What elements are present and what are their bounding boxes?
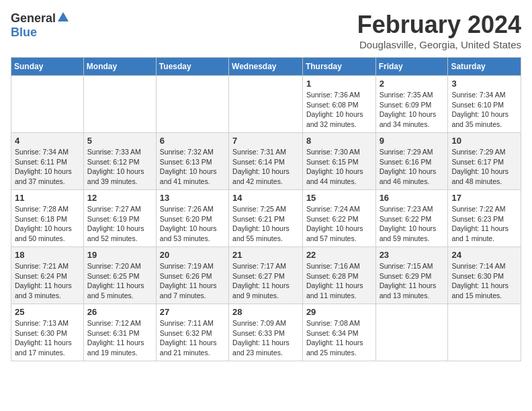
header-day-friday: Friday — [375, 58, 448, 76]
calendar-cell: 27Sunrise: 7:11 AM Sunset: 6:32 PM Dayli… — [156, 304, 228, 361]
header-day-monday: Monday — [83, 58, 156, 76]
day-detail: Sunrise: 7:13 AM Sunset: 6:30 PM Dayligh… — [15, 318, 80, 358]
calendar-cell: 24Sunrise: 7:14 AM Sunset: 6:30 PM Dayli… — [448, 247, 521, 304]
day-number: 23 — [380, 250, 445, 260]
header-day-tuesday: Tuesday — [156, 58, 228, 76]
day-detail: Sunrise: 7:14 AM Sunset: 6:30 PM Dayligh… — [451, 261, 517, 301]
day-number: 25 — [15, 307, 80, 317]
day-number: 5 — [87, 136, 152, 146]
day-detail: Sunrise: 7:33 AM Sunset: 6:12 PM Dayligh… — [87, 147, 152, 187]
day-number: 22 — [306, 250, 372, 260]
logo-blue-text: Blue — [11, 26, 37, 39]
calendar-cell: 29Sunrise: 7:08 AM Sunset: 6:34 PM Dayli… — [302, 304, 375, 361]
calendar-cell: 3Sunrise: 7:34 AM Sunset: 6:10 PM Daylig… — [448, 76, 521, 133]
day-number: 2 — [380, 79, 445, 89]
day-detail: Sunrise: 7:20 AM Sunset: 6:25 PM Dayligh… — [87, 261, 152, 301]
header-day-wednesday: Wednesday — [229, 58, 303, 76]
calendar-cell: 16Sunrise: 7:23 AM Sunset: 6:22 PM Dayli… — [375, 190, 448, 247]
day-detail: Sunrise: 7:36 AM Sunset: 6:08 PM Dayligh… — [306, 90, 372, 130]
logo-general-text: General — [11, 11, 56, 26]
calendar-cell: 5Sunrise: 7:33 AM Sunset: 6:12 PM Daylig… — [83, 133, 156, 190]
day-detail: Sunrise: 7:29 AM Sunset: 6:16 PM Dayligh… — [380, 147, 445, 187]
day-number: 1 — [306, 79, 372, 89]
day-number: 7 — [232, 136, 299, 146]
day-number: 4 — [15, 136, 80, 146]
day-number: 14 — [232, 193, 299, 203]
day-number: 13 — [160, 193, 225, 203]
week-row-0: 1Sunrise: 7:36 AM Sunset: 6:08 PM Daylig… — [11, 76, 521, 133]
calendar-cell — [448, 304, 521, 361]
title-area: February 2024 Douglasville, Georgia, Uni… — [357, 11, 521, 50]
day-number: 16 — [380, 193, 445, 203]
header-day-sunday: Sunday — [11, 58, 84, 76]
calendar-cell: 26Sunrise: 7:12 AM Sunset: 6:31 PM Dayli… — [83, 304, 156, 361]
calendar-cell: 25Sunrise: 7:13 AM Sunset: 6:30 PM Dayli… — [11, 304, 84, 361]
calendar-cell: 17Sunrise: 7:22 AM Sunset: 6:23 PM Dayli… — [448, 190, 521, 247]
calendar-cell: 6Sunrise: 7:32 AM Sunset: 6:13 PM Daylig… — [156, 133, 228, 190]
day-detail: Sunrise: 7:24 AM Sunset: 6:22 PM Dayligh… — [306, 204, 372, 244]
day-number: 10 — [451, 136, 517, 146]
calendar-cell: 18Sunrise: 7:21 AM Sunset: 6:24 PM Dayli… — [11, 247, 84, 304]
calendar-cell: 9Sunrise: 7:29 AM Sunset: 6:16 PM Daylig… — [375, 133, 448, 190]
day-number: 29 — [306, 307, 372, 317]
calendar-cell: 22Sunrise: 7:16 AM Sunset: 6:28 PM Dayli… — [302, 247, 375, 304]
day-detail: Sunrise: 7:26 AM Sunset: 6:20 PM Dayligh… — [160, 204, 225, 244]
calendar-cell: 14Sunrise: 7:25 AM Sunset: 6:21 PM Dayli… — [229, 190, 303, 247]
logo-icon — [57, 11, 69, 23]
calendar-cell: 13Sunrise: 7:26 AM Sunset: 6:20 PM Dayli… — [156, 190, 228, 247]
day-number: 17 — [451, 193, 517, 203]
calendar-cell — [11, 76, 84, 133]
day-number: 28 — [232, 307, 299, 317]
calendar-cell: 11Sunrise: 7:28 AM Sunset: 6:18 PM Dayli… — [11, 190, 84, 247]
day-detail: Sunrise: 7:30 AM Sunset: 6:15 PM Dayligh… — [306, 147, 372, 187]
calendar-cell: 23Sunrise: 7:15 AM Sunset: 6:29 PM Dayli… — [375, 247, 448, 304]
day-number: 26 — [87, 307, 152, 317]
day-detail: Sunrise: 7:21 AM Sunset: 6:24 PM Dayligh… — [15, 261, 80, 301]
day-detail: Sunrise: 7:25 AM Sunset: 6:21 PM Dayligh… — [232, 204, 299, 244]
calendar-cell: 20Sunrise: 7:19 AM Sunset: 6:26 PM Dayli… — [156, 247, 228, 304]
calendar-cell: 12Sunrise: 7:27 AM Sunset: 6:19 PM Dayli… — [83, 190, 156, 247]
day-number: 27 — [160, 307, 225, 317]
day-detail: Sunrise: 7:19 AM Sunset: 6:26 PM Dayligh… — [160, 261, 225, 301]
calendar-cell — [229, 76, 303, 133]
day-number: 18 — [15, 250, 80, 260]
calendar-cell — [83, 76, 156, 133]
day-detail: Sunrise: 7:08 AM Sunset: 6:34 PM Dayligh… — [306, 318, 372, 358]
calendar-cell: 2Sunrise: 7:35 AM Sunset: 6:09 PM Daylig… — [375, 76, 448, 133]
week-row-4: 25Sunrise: 7:13 AM Sunset: 6:30 PM Dayli… — [11, 304, 521, 361]
calendar-cell: 19Sunrise: 7:20 AM Sunset: 6:25 PM Dayli… — [83, 247, 156, 304]
calendar-cell: 8Sunrise: 7:30 AM Sunset: 6:15 PM Daylig… — [302, 133, 375, 190]
location-title: Douglasville, Georgia, United States — [357, 39, 521, 50]
day-number: 12 — [87, 193, 152, 203]
calendar-cell: 15Sunrise: 7:24 AM Sunset: 6:22 PM Dayli… — [302, 190, 375, 247]
calendar-cell: 28Sunrise: 7:09 AM Sunset: 6:33 PM Dayli… — [229, 304, 303, 361]
day-detail: Sunrise: 7:11 AM Sunset: 6:32 PM Dayligh… — [160, 318, 225, 358]
calendar-body: 1Sunrise: 7:36 AM Sunset: 6:08 PM Daylig… — [11, 76, 521, 361]
day-detail: Sunrise: 7:28 AM Sunset: 6:18 PM Dayligh… — [15, 204, 80, 244]
day-detail: Sunrise: 7:23 AM Sunset: 6:22 PM Dayligh… — [380, 204, 445, 244]
calendar-cell — [375, 304, 448, 361]
calendar-cell: 1Sunrise: 7:36 AM Sunset: 6:08 PM Daylig… — [302, 76, 375, 133]
calendar-cell — [156, 76, 228, 133]
day-detail: Sunrise: 7:32 AM Sunset: 6:13 PM Dayligh… — [160, 147, 225, 187]
header-day-saturday: Saturday — [448, 58, 521, 76]
calendar-table: SundayMondayTuesdayWednesdayThursdayFrid… — [11, 57, 521, 361]
svg-marker-0 — [58, 12, 69, 21]
calendar-header-row: SundayMondayTuesdayWednesdayThursdayFrid… — [11, 58, 521, 76]
day-detail: Sunrise: 7:09 AM Sunset: 6:33 PM Dayligh… — [232, 318, 299, 358]
day-number: 19 — [87, 250, 152, 260]
day-number: 11 — [15, 193, 80, 203]
week-row-2: 11Sunrise: 7:28 AM Sunset: 6:18 PM Dayli… — [11, 190, 521, 247]
week-row-3: 18Sunrise: 7:21 AM Sunset: 6:24 PM Dayli… — [11, 247, 521, 304]
day-detail: Sunrise: 7:16 AM Sunset: 6:28 PM Dayligh… — [306, 261, 372, 301]
day-detail: Sunrise: 7:17 AM Sunset: 6:27 PM Dayligh… — [232, 261, 299, 301]
week-row-1: 4Sunrise: 7:34 AM Sunset: 6:11 PM Daylig… — [11, 133, 521, 190]
day-detail: Sunrise: 7:35 AM Sunset: 6:09 PM Dayligh… — [380, 90, 445, 130]
day-number: 3 — [451, 79, 517, 89]
day-detail: Sunrise: 7:15 AM Sunset: 6:29 PM Dayligh… — [380, 261, 445, 301]
calendar-cell: 21Sunrise: 7:17 AM Sunset: 6:27 PM Dayli… — [229, 247, 303, 304]
logo: General Blue — [11, 11, 69, 40]
calendar-cell: 4Sunrise: 7:34 AM Sunset: 6:11 PM Daylig… — [11, 133, 84, 190]
header: General Blue February 2024 Douglasville,… — [11, 11, 521, 50]
day-detail: Sunrise: 7:34 AM Sunset: 6:10 PM Dayligh… — [451, 90, 517, 130]
